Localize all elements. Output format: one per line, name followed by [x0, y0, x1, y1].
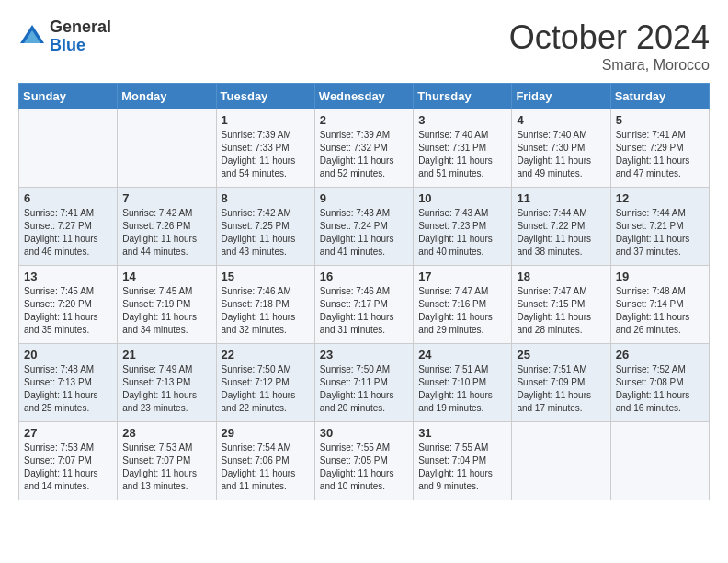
day-header-tuesday: Tuesday — [216, 84, 314, 109]
day-number: 2 — [320, 113, 408, 127]
calendar-cell: 15Sunrise: 7:46 AM Sunset: 7:18 PM Dayli… — [216, 266, 314, 344]
day-number: 13 — [24, 270, 112, 283]
logo-line1: General — [50, 18, 111, 37]
day-header-saturday: Saturday — [610, 84, 709, 109]
day-header-thursday: Thursday — [414, 84, 512, 109]
header-row: SundayMondayTuesdayWednesdayThursdayFrid… — [19, 84, 710, 109]
day-number: 29 — [222, 426, 310, 440]
day-info: Sunrise: 7:43 AM Sunset: 7:23 PM Dayligh… — [418, 207, 506, 259]
day-header-friday: Friday — [512, 84, 610, 109]
day-number: 30 — [320, 426, 408, 440]
day-info: Sunrise: 7:46 AM Sunset: 7:18 PM Dayligh… — [222, 285, 310, 337]
day-number: 24 — [418, 348, 506, 362]
calendar-table: SundayMondayTuesdayWednesdayThursdayFrid… — [18, 83, 710, 500]
day-number: 9 — [320, 191, 408, 205]
calendar-cell: 28Sunrise: 7:53 AM Sunset: 7:07 PM Dayli… — [118, 422, 216, 500]
day-number: 15 — [222, 270, 310, 283]
day-info: Sunrise: 7:45 AM Sunset: 7:20 PM Dayligh… — [24, 285, 112, 337]
calendar-cell: 22Sunrise: 7:50 AM Sunset: 7:12 PM Dayli… — [216, 344, 314, 422]
calendar-cell: 11Sunrise: 7:44 AM Sunset: 7:22 PM Dayli… — [512, 188, 610, 266]
day-info: Sunrise: 7:45 AM Sunset: 7:19 PM Dayligh… — [122, 285, 210, 337]
day-number: 23 — [320, 348, 408, 362]
calendar-cell: 4Sunrise: 7:40 AM Sunset: 7:30 PM Daylig… — [512, 109, 610, 188]
day-info: Sunrise: 7:47 AM Sunset: 7:15 PM Dayligh… — [517, 285, 605, 337]
calendar-cell — [512, 422, 610, 500]
day-info: Sunrise: 7:43 AM Sunset: 7:24 PM Dayligh… — [320, 207, 408, 259]
day-header-wednesday: Wednesday — [314, 84, 413, 109]
day-info: Sunrise: 7:51 AM Sunset: 7:09 PM Dayligh… — [517, 363, 605, 415]
calendar-cell: 23Sunrise: 7:50 AM Sunset: 7:11 PM Dayli… — [314, 344, 413, 422]
day-number: 25 — [517, 348, 605, 362]
day-info: Sunrise: 7:39 AM Sunset: 7:33 PM Dayligh… — [222, 129, 310, 180]
day-info: Sunrise: 7:53 AM Sunset: 7:07 PM Dayligh… — [122, 442, 210, 493]
calendar-cell: 17Sunrise: 7:47 AM Sunset: 7:16 PM Dayli… — [414, 266, 512, 344]
day-number: 20 — [24, 348, 112, 362]
day-info: Sunrise: 7:55 AM Sunset: 7:04 PM Dayligh… — [418, 442, 506, 493]
day-number: 31 — [418, 426, 506, 440]
logo-text: General Blue — [50, 18, 111, 55]
day-info: Sunrise: 7:50 AM Sunset: 7:12 PM Dayligh… — [222, 363, 310, 415]
calendar-cell: 14Sunrise: 7:45 AM Sunset: 7:19 PM Dayli… — [118, 266, 216, 344]
calendar-cell: 7Sunrise: 7:42 AM Sunset: 7:26 PM Daylig… — [118, 188, 216, 266]
day-info: Sunrise: 7:52 AM Sunset: 7:08 PM Dayligh… — [616, 363, 704, 415]
day-info: Sunrise: 7:44 AM Sunset: 7:22 PM Dayligh… — [517, 207, 605, 259]
week-row-3: 13Sunrise: 7:45 AM Sunset: 7:20 PM Dayli… — [19, 266, 710, 344]
day-info: Sunrise: 7:47 AM Sunset: 7:16 PM Dayligh… — [418, 285, 506, 337]
day-number: 14 — [122, 270, 210, 283]
day-number: 12 — [616, 191, 704, 205]
day-info: Sunrise: 7:53 AM Sunset: 7:07 PM Dayligh… — [24, 442, 112, 493]
day-info: Sunrise: 7:39 AM Sunset: 7:32 PM Dayligh… — [320, 129, 408, 180]
week-row-1: 1Sunrise: 7:39 AM Sunset: 7:33 PM Daylig… — [19, 109, 710, 188]
calendar-cell: 31Sunrise: 7:55 AM Sunset: 7:04 PM Dayli… — [414, 422, 512, 500]
day-info: Sunrise: 7:40 AM Sunset: 7:31 PM Dayligh… — [418, 129, 506, 180]
day-info: Sunrise: 7:42 AM Sunset: 7:26 PM Dayligh… — [122, 207, 210, 259]
day-info: Sunrise: 7:46 AM Sunset: 7:17 PM Dayligh… — [320, 285, 408, 337]
day-number: 3 — [418, 113, 506, 127]
day-header-sunday: Sunday — [19, 84, 118, 109]
day-number: 6 — [24, 191, 112, 205]
calendar-cell: 30Sunrise: 7:55 AM Sunset: 7:05 PM Dayli… — [314, 422, 413, 500]
day-info: Sunrise: 7:41 AM Sunset: 7:29 PM Dayligh… — [616, 129, 704, 180]
day-number: 16 — [320, 270, 408, 283]
calendar-cell: 16Sunrise: 7:46 AM Sunset: 7:17 PM Dayli… — [314, 266, 413, 344]
day-number: 7 — [122, 191, 210, 205]
day-number: 26 — [616, 348, 704, 362]
page-header: General Blue October 2024 Smara, Morocco — [18, 18, 710, 74]
day-number: 27 — [24, 426, 112, 440]
calendar-cell: 9Sunrise: 7:43 AM Sunset: 7:24 PM Daylig… — [314, 188, 413, 266]
calendar-cell: 25Sunrise: 7:51 AM Sunset: 7:09 PM Dayli… — [512, 344, 610, 422]
week-row-4: 20Sunrise: 7:48 AM Sunset: 7:13 PM Dayli… — [19, 344, 710, 422]
calendar-cell: 6Sunrise: 7:41 AM Sunset: 7:27 PM Daylig… — [19, 188, 118, 266]
day-number: 18 — [517, 270, 605, 283]
calendar-cell: 21Sunrise: 7:49 AM Sunset: 7:13 PM Dayli… — [118, 344, 216, 422]
day-info: Sunrise: 7:51 AM Sunset: 7:10 PM Dayligh… — [418, 363, 506, 415]
day-number: 5 — [616, 113, 704, 127]
week-row-5: 27Sunrise: 7:53 AM Sunset: 7:07 PM Dayli… — [19, 422, 710, 500]
week-row-2: 6Sunrise: 7:41 AM Sunset: 7:27 PM Daylig… — [19, 188, 710, 266]
calendar-cell: 2Sunrise: 7:39 AM Sunset: 7:32 PM Daylig… — [314, 109, 413, 188]
day-info: Sunrise: 7:40 AM Sunset: 7:30 PM Dayligh… — [517, 129, 605, 180]
day-number: 4 — [517, 113, 605, 127]
calendar-cell — [118, 109, 216, 188]
calendar-cell: 27Sunrise: 7:53 AM Sunset: 7:07 PM Dayli… — [19, 422, 118, 500]
day-number: 1 — [222, 113, 310, 127]
day-info: Sunrise: 7:48 AM Sunset: 7:13 PM Dayligh… — [24, 363, 112, 415]
day-number: 10 — [418, 191, 506, 205]
calendar-cell: 29Sunrise: 7:54 AM Sunset: 7:06 PM Dayli… — [216, 422, 314, 500]
day-info: Sunrise: 7:54 AM Sunset: 7:06 PM Dayligh… — [222, 442, 310, 493]
calendar-cell: 13Sunrise: 7:45 AM Sunset: 7:20 PM Dayli… — [19, 266, 118, 344]
day-number: 22 — [222, 348, 310, 362]
logo: General Blue — [18, 18, 111, 55]
day-info: Sunrise: 7:48 AM Sunset: 7:14 PM Dayligh… — [616, 285, 704, 337]
day-number: 21 — [122, 348, 210, 362]
calendar-cell: 24Sunrise: 7:51 AM Sunset: 7:10 PM Dayli… — [414, 344, 512, 422]
day-info: Sunrise: 7:49 AM Sunset: 7:13 PM Dayligh… — [122, 363, 210, 415]
calendar-cell: 20Sunrise: 7:48 AM Sunset: 7:13 PM Dayli… — [19, 344, 118, 422]
calendar-cell: 5Sunrise: 7:41 AM Sunset: 7:29 PM Daylig… — [610, 109, 709, 188]
logo-line2: Blue — [50, 37, 111, 55]
day-number: 8 — [222, 191, 310, 205]
calendar-cell: 1Sunrise: 7:39 AM Sunset: 7:33 PM Daylig… — [216, 109, 314, 188]
day-info: Sunrise: 7:55 AM Sunset: 7:05 PM Dayligh… — [320, 442, 408, 493]
day-number: 11 — [517, 191, 605, 205]
day-number: 19 — [616, 270, 704, 283]
